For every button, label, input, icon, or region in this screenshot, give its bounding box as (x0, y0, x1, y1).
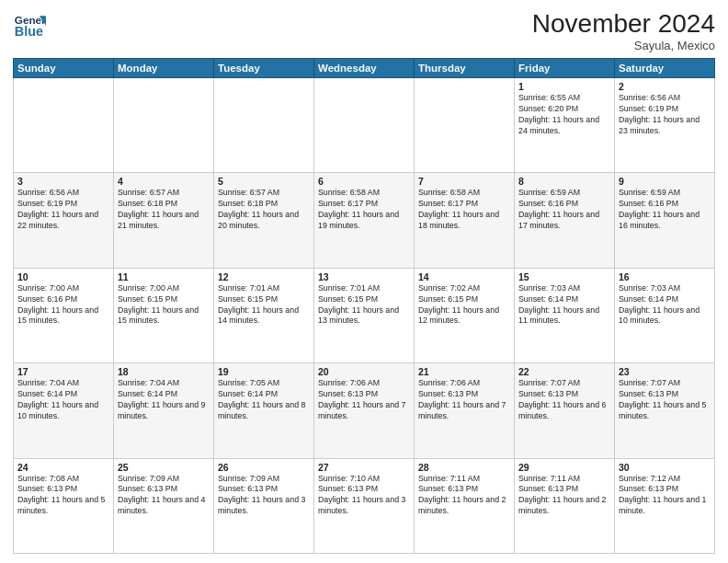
day-number: 21 (418, 366, 510, 377)
day-number: 6 (318, 176, 410, 187)
cell-info: Sunrise: 7:02 AMSunset: 6:15 PMDaylight:… (418, 283, 510, 327)
calendar-cell: 29Sunrise: 7:11 AMSunset: 6:13 PMDayligh… (515, 458, 615, 553)
calendar-cell: 12Sunrise: 7:01 AMSunset: 6:15 PMDayligh… (214, 268, 314, 362)
calendar-cell: 27Sunrise: 7:10 AMSunset: 6:13 PMDayligh… (314, 458, 415, 553)
calendar-cell (314, 78, 415, 173)
cell-info: Sunrise: 7:05 AMSunset: 6:14 PMDaylight:… (218, 378, 310, 422)
calendar-cell: 24Sunrise: 7:08 AMSunset: 6:13 PMDayligh… (14, 458, 114, 553)
day-number: 8 (518, 176, 610, 187)
cell-info: Sunrise: 7:06 AMSunset: 6:13 PMDaylight:… (318, 378, 410, 422)
calendar-cell: 5Sunrise: 6:57 AMSunset: 6:18 PMDaylight… (214, 173, 314, 268)
calendar-cell: 2Sunrise: 6:56 AMSunset: 6:19 PMDaylight… (615, 78, 715, 173)
day-number: 17 (17, 366, 109, 377)
cell-info: Sunrise: 7:01 AMSunset: 6:15 PMDaylight:… (218, 283, 310, 327)
calendar-cell (14, 78, 114, 173)
day-number: 2 (619, 81, 711, 92)
cell-info: Sunrise: 6:57 AMSunset: 6:18 PMDaylight:… (118, 188, 210, 232)
day-number: 12 (218, 271, 310, 282)
col-saturday: Saturday (615, 59, 715, 78)
day-number: 25 (118, 462, 210, 473)
calendar-cell: 8Sunrise: 6:59 AMSunset: 6:16 PMDaylight… (515, 173, 615, 268)
cell-info: Sunrise: 7:04 AMSunset: 6:14 PMDaylight:… (17, 378, 109, 422)
day-number: 20 (318, 366, 410, 377)
day-number: 10 (17, 271, 109, 282)
day-number: 28 (418, 462, 510, 473)
calendar-cell: 20Sunrise: 7:06 AMSunset: 6:13 PMDayligh… (314, 363, 415, 458)
header: General Blue November 2024 Sayula, Mexic… (13, 9, 715, 52)
col-sunday: Sunday (14, 59, 114, 78)
calendar-cell: 1Sunrise: 6:55 AMSunset: 6:20 PMDaylight… (515, 78, 615, 173)
day-number: 23 (619, 366, 711, 377)
day-number: 15 (518, 271, 610, 282)
day-number: 13 (318, 271, 410, 282)
day-number: 5 (218, 176, 310, 187)
day-number: 7 (418, 176, 510, 187)
cell-info: Sunrise: 7:04 AMSunset: 6:14 PMDaylight:… (118, 378, 210, 422)
cell-info: Sunrise: 6:56 AMSunset: 6:19 PMDaylight:… (17, 188, 109, 232)
cell-info: Sunrise: 7:06 AMSunset: 6:13 PMDaylight:… (418, 378, 510, 422)
cell-info: Sunrise: 6:55 AMSunset: 6:20 PMDaylight:… (518, 93, 610, 137)
calendar-cell: 9Sunrise: 6:59 AMSunset: 6:16 PMDaylight… (615, 173, 715, 268)
calendar-cell: 18Sunrise: 7:04 AMSunset: 6:14 PMDayligh… (114, 363, 214, 458)
cell-info: Sunrise: 6:59 AMSunset: 6:16 PMDaylight:… (619, 188, 711, 232)
logo-icon: General Blue (13, 9, 46, 42)
col-wednesday: Wednesday (314, 59, 415, 78)
cell-info: Sunrise: 7:09 AMSunset: 6:13 PMDaylight:… (218, 474, 310, 518)
day-number: 27 (318, 462, 410, 473)
calendar-cell: 26Sunrise: 7:09 AMSunset: 6:13 PMDayligh… (214, 458, 314, 553)
col-tuesday: Tuesday (214, 59, 314, 78)
calendar-cell: 21Sunrise: 7:06 AMSunset: 6:13 PMDayligh… (415, 363, 515, 458)
cell-info: Sunrise: 7:07 AMSunset: 6:13 PMDaylight:… (518, 378, 610, 422)
cell-info: Sunrise: 7:09 AMSunset: 6:13 PMDaylight:… (118, 474, 210, 518)
cell-info: Sunrise: 7:12 AMSunset: 6:13 PMDaylight:… (619, 474, 711, 518)
calendar-week-row: 1Sunrise: 6:55 AMSunset: 6:20 PMDaylight… (14, 78, 715, 173)
calendar-cell: 17Sunrise: 7:04 AMSunset: 6:14 PMDayligh… (14, 363, 114, 458)
calendar-cell: 16Sunrise: 7:03 AMSunset: 6:14 PMDayligh… (615, 268, 715, 362)
cell-info: Sunrise: 7:11 AMSunset: 6:13 PMDaylight:… (518, 474, 610, 518)
calendar-week-row: 17Sunrise: 7:04 AMSunset: 6:14 PMDayligh… (14, 363, 715, 458)
calendar-cell (415, 78, 515, 173)
day-number: 11 (118, 271, 210, 282)
cell-info: Sunrise: 7:11 AMSunset: 6:13 PMDaylight:… (418, 474, 510, 518)
subtitle: Sayula, Mexico (532, 39, 715, 52)
calendar-cell: 6Sunrise: 6:58 AMSunset: 6:17 PMDaylight… (314, 173, 415, 268)
calendar-cell: 3Sunrise: 6:56 AMSunset: 6:19 PMDaylight… (14, 173, 114, 268)
cell-info: Sunrise: 6:59 AMSunset: 6:16 PMDaylight:… (518, 188, 610, 232)
cell-info: Sunrise: 6:57 AMSunset: 6:18 PMDaylight:… (218, 188, 310, 232)
day-number: 4 (118, 176, 210, 187)
cell-info: Sunrise: 7:03 AMSunset: 6:14 PMDaylight:… (518, 283, 610, 327)
calendar-cell: 22Sunrise: 7:07 AMSunset: 6:13 PMDayligh… (515, 363, 615, 458)
day-number: 22 (518, 366, 610, 377)
calendar-cell: 23Sunrise: 7:07 AMSunset: 6:13 PMDayligh… (615, 363, 715, 458)
cell-info: Sunrise: 7:07 AMSunset: 6:13 PMDaylight:… (619, 378, 711, 422)
day-number: 9 (619, 176, 711, 187)
col-thursday: Thursday (415, 59, 515, 78)
calendar-cell: 10Sunrise: 7:00 AMSunset: 6:16 PMDayligh… (14, 268, 114, 362)
cell-info: Sunrise: 7:03 AMSunset: 6:14 PMDaylight:… (619, 283, 711, 327)
calendar-week-row: 3Sunrise: 6:56 AMSunset: 6:19 PMDaylight… (14, 173, 715, 268)
calendar-cell (214, 78, 314, 173)
svg-text:Blue: Blue (15, 24, 43, 39)
calendar-cell: 30Sunrise: 7:12 AMSunset: 6:13 PMDayligh… (615, 458, 715, 553)
cell-info: Sunrise: 7:00 AMSunset: 6:16 PMDaylight:… (17, 283, 109, 327)
day-number: 19 (218, 366, 310, 377)
calendar-week-row: 10Sunrise: 7:00 AMSunset: 6:16 PMDayligh… (14, 268, 715, 362)
calendar-table: Sunday Monday Tuesday Wednesday Thursday… (13, 58, 715, 554)
cell-info: Sunrise: 7:01 AMSunset: 6:15 PMDaylight:… (318, 283, 410, 327)
page: General Blue November 2024 Sayula, Mexic… (0, 0, 728, 563)
calendar-cell: 14Sunrise: 7:02 AMSunset: 6:15 PMDayligh… (415, 268, 515, 362)
cell-info: Sunrise: 7:10 AMSunset: 6:13 PMDaylight:… (318, 474, 410, 518)
cell-info: Sunrise: 6:58 AMSunset: 6:17 PMDaylight:… (418, 188, 510, 232)
calendar-cell: 11Sunrise: 7:00 AMSunset: 6:15 PMDayligh… (114, 268, 214, 362)
calendar-week-row: 24Sunrise: 7:08 AMSunset: 6:13 PMDayligh… (14, 458, 715, 553)
day-number: 24 (17, 462, 109, 473)
calendar-cell: 15Sunrise: 7:03 AMSunset: 6:14 PMDayligh… (515, 268, 615, 362)
day-number: 16 (619, 271, 711, 282)
title-block: November 2024 Sayula, Mexico (532, 9, 715, 52)
calendar-cell (114, 78, 214, 173)
col-friday: Friday (515, 59, 615, 78)
day-number: 29 (518, 462, 610, 473)
col-monday: Monday (114, 59, 214, 78)
cell-info: Sunrise: 7:08 AMSunset: 6:13 PMDaylight:… (17, 474, 109, 518)
day-number: 14 (418, 271, 510, 282)
